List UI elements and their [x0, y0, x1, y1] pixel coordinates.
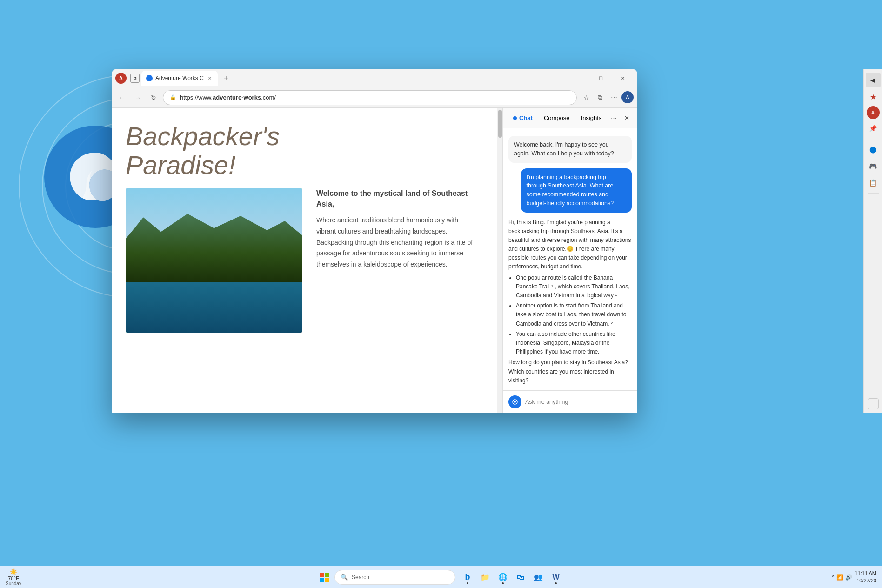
taskbar-weather[interactable]: ☀️ 78°F Sunday [6, 568, 21, 586]
copilot-input-row [503, 390, 637, 413]
chevron-icon[interactable]: ^ [832, 574, 835, 581]
new-tab-btn[interactable]: + [220, 72, 233, 85]
volume-icon[interactable]: 🔊 [845, 574, 852, 581]
edge-taskbar-icon: 🌐 [498, 573, 508, 581]
browser-content: Backpacker's Paradise! Welcome t [112, 108, 637, 413]
sys-icons: ^ 📶 🔊 [832, 574, 852, 581]
tab-bar: A ⧉ Adventure Works C ✕ + [115, 71, 566, 86]
profile-btn[interactable]: A [621, 91, 634, 103]
tab-close-btn[interactable]: ✕ [207, 75, 213, 81]
taskbar-app-word[interactable]: W [548, 569, 564, 586]
right-divider-1 [868, 139, 879, 139]
bing-icon: b [465, 572, 470, 582]
copilot-header-actions: ⋯ ✕ [608, 113, 632, 124]
taskbar-app-bing[interactable]: b [459, 569, 476, 586]
address-bar-row: ← → ↻ 🔒 https://www.adventure-works.com/… [112, 87, 637, 108]
back-btn[interactable]: ← [115, 91, 128, 104]
svg-rect-3 [320, 578, 324, 582]
ai-bullets: One popular route is called the Banana P… [508, 274, 632, 357]
taskbar-app-store[interactable]: 🛍 [512, 569, 529, 586]
ai-bullet-1: One popular route is called the Banana P… [516, 274, 632, 301]
tab-switcher-btn[interactable]: ⧉ [130, 74, 140, 83]
search-bar-taskbar[interactable]: 🔍 Search [334, 570, 455, 585]
tab-favicon [146, 75, 153, 81]
right-panel: ◀ ★ A 📌 ⬤ 🎮 📋 + [863, 69, 882, 413]
taskbar: ☀️ 78°F Sunday 🔍 Search b 📁 [0, 566, 882, 588]
msg-welcome: Welcome back. I'm happy to see you again… [508, 136, 632, 163]
right-icon-back[interactable]: ◀ [866, 73, 881, 87]
page-text: Welcome to the mystical land of Southeas… [316, 188, 478, 333]
url-text: https://www.adventure-works.com/ [180, 94, 276, 101]
browser-tab-active[interactable]: Adventure Works C ✕ [141, 71, 218, 86]
expand-btn[interactable]: + [868, 398, 879, 409]
title-bar: A ⧉ Adventure Works C ✕ + — ☐ ✕ [112, 69, 637, 87]
tab-insights[interactable]: Insights [576, 112, 607, 124]
scroll-thumb[interactable] [498, 110, 502, 138]
clock[interactable]: 11:11 AM 10/27/20 [855, 570, 876, 584]
ai-bullet-3: You can also include other countries lik… [516, 330, 632, 357]
maximize-btn[interactable]: ☐ [590, 71, 611, 86]
copilot-close-btn[interactable]: ✕ [621, 113, 632, 124]
svg-rect-1 [320, 573, 324, 577]
copilot-header: Chat Compose Insights ⋯ ✕ [503, 108, 637, 128]
right-icon-edge[interactable]: ⬤ [866, 142, 881, 157]
start-btn[interactable] [316, 569, 333, 586]
toolbar-icons: ☆ ⧉ ⋯ A [580, 91, 634, 104]
ai-bullet-2: Another option is to start from Thailand… [516, 301, 632, 328]
collections-icon[interactable]: ⧉ [594, 91, 607, 104]
webpage-inner: Backpacker's Paradise! Welcome t [112, 108, 497, 413]
lock-icon: 🔒 [170, 94, 176, 100]
landscape-image [126, 188, 302, 333]
fav-icon[interactable]: ☆ [580, 91, 593, 104]
tab-title: Adventure Works C [155, 75, 204, 81]
tab-chat[interactable]: Chat [508, 112, 537, 124]
copilot-more-btn[interactable]: ⋯ [608, 113, 619, 124]
msg-ai-response: Hi, this is Bing. I'm glad you're planni… [508, 218, 632, 391]
folder-icon: 📁 [481, 573, 490, 581]
scrollbar[interactable] [497, 108, 502, 413]
profile-icon[interactable]: A [115, 73, 127, 84]
chat-tab-dot [513, 116, 517, 120]
close-btn[interactable]: ✕ [612, 71, 634, 86]
page-content-row: Welcome to the mystical land of Southeas… [126, 188, 478, 333]
taskbar-center: 🔍 Search b 📁 🌐 🛍 👥 W [93, 569, 789, 586]
right-icon-collections[interactable]: ★ [866, 89, 881, 104]
page-image [126, 188, 302, 333]
taskbar-app-edge[interactable]: 🌐 [494, 569, 511, 586]
more-btn[interactable]: ⋯ [608, 91, 621, 104]
store-icon: 🛍 [517, 573, 524, 581]
right-icon-settings1[interactable]: 🎮 [866, 159, 881, 174]
taskbar-app-folder[interactable]: 📁 [477, 569, 494, 586]
right-icon-pin[interactable]: 📌 [866, 121, 881, 136]
window-controls: — ☐ ✕ [568, 71, 634, 86]
msg-user: I'm planning a backpacking trip through … [521, 168, 632, 213]
forward-btn[interactable]: → [131, 91, 144, 104]
right-divider-2 [868, 193, 879, 194]
browser-window: A ⧉ Adventure Works C ✕ + — ☐ ✕ ← → ↻ 🔒 … [112, 69, 637, 413]
teams-icon: 👥 [534, 573, 543, 581]
svg-rect-4 [325, 578, 329, 582]
taskbar-app-teams[interactable]: 👥 [530, 569, 547, 586]
minimize-btn[interactable]: — [568, 71, 589, 86]
page-subtitle: Welcome to the mystical land of Southeas… [316, 188, 478, 209]
taskbar-right: ^ 📶 🔊 11:11 AM 10/27/20 [789, 570, 882, 584]
copilot-messages: Welcome back. I'm happy to see you again… [503, 128, 637, 390]
app-dot-word [555, 582, 557, 584]
tab-compose[interactable]: Compose [539, 112, 575, 124]
copilot-sidebar: Chat Compose Insights ⋯ ✕ Welcome back. … [502, 108, 637, 413]
word-icon: W [552, 573, 559, 581]
wifi-icon[interactable]: 📶 [836, 574, 843, 581]
app-dot [467, 582, 468, 584]
refresh-btn[interactable]: ↻ [147, 91, 160, 104]
taskbar-left: ☀️ 78°F Sunday [0, 568, 93, 586]
app-dot-edge [502, 582, 504, 584]
svg-rect-2 [325, 573, 329, 577]
copilot-input-icon [508, 395, 521, 408]
copilot-input-field[interactable] [525, 399, 632, 405]
right-icon-settings2[interactable]: 📋 [866, 175, 881, 190]
address-input[interactable]: 🔒 https://www.adventure-works.com/ [163, 90, 577, 105]
webpage: Backpacker's Paradise! Welcome t [112, 108, 502, 413]
page-hero-title: Backpacker's Paradise! [126, 122, 478, 179]
right-icon-profile[interactable]: A [867, 106, 880, 119]
taskbar-apps: b 📁 🌐 🛍 👥 W [459, 569, 564, 586]
